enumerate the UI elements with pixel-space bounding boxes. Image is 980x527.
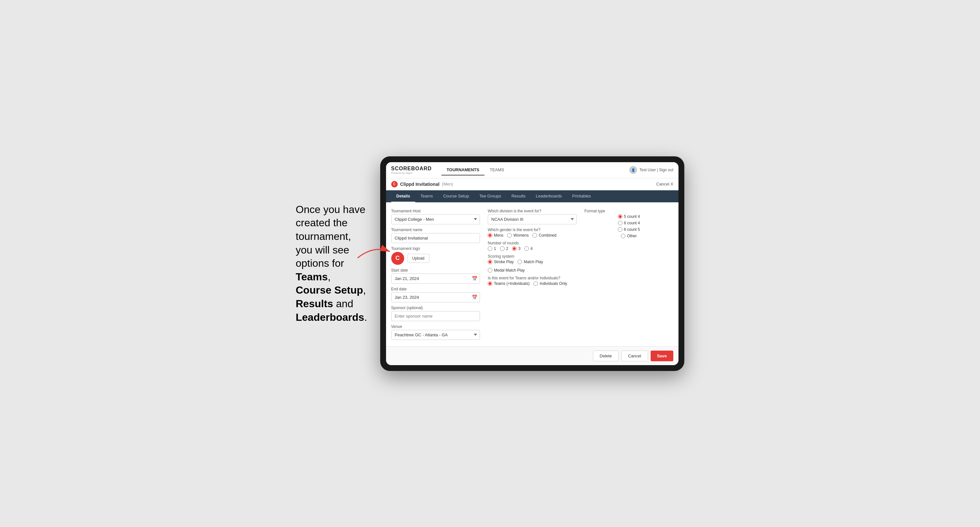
scoring-label: Scoring system xyxy=(488,254,577,259)
logo-preview: C xyxy=(391,252,404,265)
start-date-field: Start date 📅 xyxy=(391,268,480,284)
gender-radio-group: Mens Womens Combined xyxy=(488,233,577,238)
tab-teams[interactable]: Teams xyxy=(415,190,438,202)
individuals-only-label: Individuals Only xyxy=(539,281,567,286)
format-radio-group: 5 count 4 6 count 4 6 count 5 xyxy=(585,214,673,238)
format-5count4[interactable]: 5 count 4 xyxy=(618,214,640,219)
tournament-subtitle: (Men) xyxy=(442,182,453,186)
rounds-field: Number of rounds 1 2 xyxy=(488,241,577,251)
highlight-course-setup: Course Setup xyxy=(296,284,363,296)
rounds-2-label: 2 xyxy=(506,246,509,251)
highlight-teams: Teams xyxy=(296,271,328,283)
rounds-label: Number of rounds xyxy=(488,241,577,245)
left-column: Tournament Host Clippd College - Men Tou… xyxy=(391,209,480,340)
format-6count4[interactable]: 6 count 4 xyxy=(618,221,640,225)
highlight-leaderboards: Leaderboards xyxy=(296,311,364,323)
format-6count4-label: 6 count 4 xyxy=(624,221,640,225)
start-date-label: Start date xyxy=(391,268,480,273)
gender-label: Which gender is the event for? xyxy=(488,227,577,232)
tab-tee-groups[interactable]: Tee Groups xyxy=(474,190,506,202)
arrow-icon xyxy=(354,242,393,261)
teams-radio-group: Teams (+Individuals) Individuals Only xyxy=(488,281,577,286)
rounds-3[interactable]: 3 xyxy=(512,246,520,251)
venue-select[interactable]: Peachtree GC - Atlanta - GA xyxy=(391,330,480,340)
app-logo: SCOREBOARD xyxy=(391,166,432,171)
user-sign-out[interactable]: Test User | Sign out xyxy=(640,168,674,172)
instruction-text: Once you have created the tournament, yo… xyxy=(296,204,367,323)
division-field: Which division is the event for? NCAA Di… xyxy=(488,209,577,224)
gender-combined[interactable]: Combined xyxy=(533,233,557,238)
gender-combined-label: Combined xyxy=(539,233,557,238)
venue-field: Venue Peachtree GC - Atlanta - GA xyxy=(391,324,480,340)
instruction-panel: Once you have created the tournament, yo… xyxy=(296,203,367,324)
sponsor-input[interactable] xyxy=(391,311,480,321)
start-date-wrapper: 📅 xyxy=(391,273,480,284)
app-header: SCOREBOARD Powered by clippd TOURNAMENTS… xyxy=(386,162,678,178)
format-other-label: Other xyxy=(627,234,637,238)
save-button[interactable]: Save xyxy=(651,351,673,361)
form-content: Tournament Host Clippd College - Men Tou… xyxy=(386,202,678,346)
format-6count5[interactable]: 6 count 5 xyxy=(618,227,640,232)
tournament-name-field: Tournament name xyxy=(391,227,480,243)
division-select[interactable]: NCAA Division III xyxy=(488,214,577,224)
tournament-title: Clippd Invitational xyxy=(400,182,439,187)
top-nav: TOURNAMENTS TEAMS xyxy=(441,165,509,175)
tournament-logo-label: Tournament logo xyxy=(391,246,480,251)
format-6count5-label: 6 count 5 xyxy=(624,227,640,232)
nav-tournaments[interactable]: TOURNAMENTS xyxy=(441,165,485,175)
nav-teams[interactable]: TEAMS xyxy=(485,165,509,175)
format-5count4-label: 5 count 4 xyxy=(624,214,640,219)
rounds-1[interactable]: 1 xyxy=(488,246,496,251)
tab-details[interactable]: Details xyxy=(391,190,415,202)
tournament-name-input[interactable] xyxy=(391,233,480,243)
teams-individuals-label: Is this event for Teams and/or Individua… xyxy=(488,276,577,280)
logo-upload-area: C Upload xyxy=(391,252,480,265)
breadcrumb-bar: C Clippd Invitational (Men) Cancel X xyxy=(386,178,678,190)
end-date-label: End date xyxy=(391,287,480,291)
highlight-results: Results xyxy=(296,298,333,310)
tab-course-setup[interactable]: Course Setup xyxy=(438,190,474,202)
tab-leaderboards[interactable]: Leaderboards xyxy=(531,190,567,202)
gender-womens[interactable]: Womens xyxy=(507,233,528,238)
division-label: Which division is the event for? xyxy=(488,209,577,213)
start-date-input[interactable] xyxy=(391,273,480,284)
teams-individuals-field: Is this event for Teams and/or Individua… xyxy=(488,276,577,286)
cancel-button-top[interactable]: Cancel X xyxy=(656,182,673,186)
gender-mens-label: Mens xyxy=(494,233,503,238)
scoring-medal[interactable]: Medal Match Play xyxy=(488,268,525,273)
upload-button[interactable]: Upload xyxy=(407,254,430,263)
tab-printables[interactable]: Printables xyxy=(567,190,596,202)
tournament-host-label: Tournament Host xyxy=(391,209,480,213)
sponsor-field: Sponsor (optional) xyxy=(391,306,480,321)
rounds-radio-group: 1 2 3 4 xyxy=(488,246,577,251)
sub-nav: Details Teams Course Setup Tee Groups Re… xyxy=(386,190,678,202)
delete-button[interactable]: Delete xyxy=(593,351,619,361)
scoring-match-label: Match Play xyxy=(524,260,543,264)
scoring-match[interactable]: Match Play xyxy=(517,260,543,264)
header-right: 👤 Test User | Sign out xyxy=(629,166,674,174)
individuals-only[interactable]: Individuals Only xyxy=(533,281,567,286)
scoring-stroke[interactable]: Stroke Play xyxy=(488,260,514,264)
avatar: 👤 xyxy=(629,166,637,174)
scoring-stroke-label: Stroke Play xyxy=(494,260,514,264)
gender-mens[interactable]: Mens xyxy=(488,233,503,238)
right-column: Format type 5 count 4 6 count 4 xyxy=(585,209,673,340)
rounds-2[interactable]: 2 xyxy=(500,246,509,251)
cancel-button[interactable]: Cancel xyxy=(621,351,648,361)
sponsor-label: Sponsor (optional) xyxy=(391,306,480,310)
rounds-4[interactable]: 4 xyxy=(524,246,533,251)
tournament-host-select[interactable]: Clippd College - Men xyxy=(391,214,480,224)
end-date-input[interactable] xyxy=(391,292,480,302)
scoring-medal-label: Medal Match Play xyxy=(494,268,525,273)
scoring-radio-group: Stroke Play Match Play Medal Match Play xyxy=(488,260,577,273)
teams-plus-individuals[interactable]: Teams (+Individuals) xyxy=(488,281,530,286)
rounds-1-label: 1 xyxy=(494,246,496,251)
tablet-frame: SCOREBOARD Powered by clippd TOURNAMENTS… xyxy=(380,156,684,371)
scoring-field: Scoring system Stroke Play Match Play xyxy=(488,254,577,273)
logo-area: SCOREBOARD Powered by clippd xyxy=(391,166,432,175)
format-other[interactable]: Other xyxy=(621,234,637,238)
tournament-logo-field: Tournament logo C Upload xyxy=(391,246,480,265)
tab-results[interactable]: Results xyxy=(506,190,530,202)
breadcrumb: C Clippd Invitational (Men) xyxy=(391,181,453,187)
tournament-host-field: Tournament Host Clippd College - Men xyxy=(391,209,480,224)
